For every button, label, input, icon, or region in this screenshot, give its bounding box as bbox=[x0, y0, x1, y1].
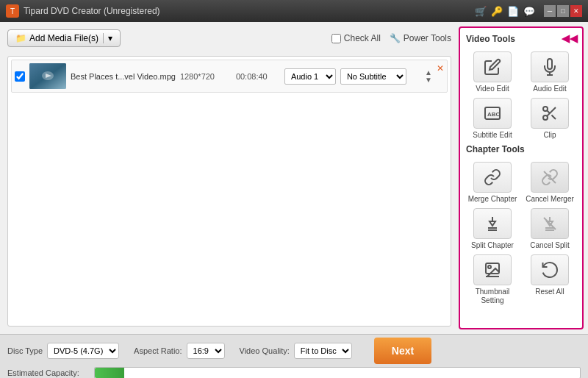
capacity-fill bbox=[95, 368, 124, 378]
file-name: Best Places t...vel Video.mpg bbox=[71, 72, 176, 81]
audio-select[interactable]: Audio 1 Audio 2 bbox=[284, 68, 336, 85]
video-tools-grid: Video Edit Audio Edit ABC bbox=[466, 51, 576, 140]
chapter-tools-title: Chapter Tools bbox=[466, 144, 576, 154]
toolbar: 📁 Add Media File(s) ▾ Check All 🔧 Power … bbox=[7, 29, 451, 47]
maximize-button[interactable]: □ bbox=[557, 5, 569, 17]
app-icon: T bbox=[6, 4, 19, 18]
titlebar-icons: 🛒 🔑 📄 💬 bbox=[475, 6, 535, 17]
capacity-row: Estimated Capacity: 0.5GB 1GB 1.5GB 2GB … bbox=[7, 367, 581, 378]
clip-button[interactable] bbox=[531, 98, 569, 129]
table-row: Best Places t...vel Video.mpg 1280*720 0… bbox=[11, 60, 448, 93]
clip-label: Clip bbox=[543, 131, 556, 140]
cancel-split-button[interactable] bbox=[531, 208, 569, 239]
reset-all-label: Reset All bbox=[535, 288, 564, 296]
merge-chapter-button[interactable] bbox=[473, 162, 512, 193]
file-remove-icon[interactable]: ✕ bbox=[437, 63, 444, 74]
panel-collapse-button[interactable]: ◀◀ bbox=[562, 32, 578, 44]
cancel-split-label: Cancel Split bbox=[530, 241, 569, 250]
audio-edit-label: Audio Edit bbox=[533, 85, 567, 93]
thumbnail-setting-tool[interactable]: Thumbnail Setting bbox=[466, 254, 519, 305]
chapter-tools-grid: Merge Chapter Cancel Merger bbox=[466, 162, 576, 305]
svg-marker-14 bbox=[490, 221, 495, 226]
split-chapter-label: Split Chapter bbox=[471, 241, 514, 250]
video-quality-select[interactable]: Fit to Disc High Medium Low bbox=[294, 343, 352, 359]
shop-icon[interactable]: 🛒 bbox=[475, 6, 487, 17]
app-title: Tipard DVD Creator (Unregistered) bbox=[24, 6, 475, 16]
document-icon[interactable]: 📄 bbox=[507, 6, 519, 17]
svg-point-23 bbox=[488, 265, 491, 268]
aspect-ratio-select[interactable]: 16:9 4:3 bbox=[187, 343, 225, 359]
arrow-down-icon[interactable]: ▼ bbox=[425, 76, 432, 84]
arrow-up-icon[interactable]: ▲ bbox=[425, 69, 432, 76]
cancel-merger-button[interactable] bbox=[531, 162, 569, 193]
add-media-button[interactable]: 📁 Add Media File(s) ▾ bbox=[7, 29, 121, 47]
tools-panel: ◀◀ Video Tools Video Edit bbox=[459, 26, 584, 329]
file-list: Best Places t...vel Video.mpg 1280*720 0… bbox=[7, 56, 451, 327]
disc-type-label: Disc Type bbox=[7, 346, 43, 355]
cancel-merger-label: Cancel Merger bbox=[526, 195, 574, 204]
subtitle-edit-label: Subtitle Edit bbox=[473, 131, 512, 140]
close-button[interactable]: ✕ bbox=[570, 5, 582, 17]
thumbnail-setting-button[interactable] bbox=[473, 254, 512, 285]
reset-all-button[interactable] bbox=[531, 254, 569, 285]
power-tools-button[interactable]: 🔧 Power Tools bbox=[390, 33, 451, 43]
cancel-merger-tool[interactable]: Cancel Merger bbox=[523, 162, 576, 204]
titlebar: T Tipard DVD Creator (Unregistered) 🛒 🔑 … bbox=[0, 0, 588, 22]
aspect-ratio-label: Aspect Ratio: bbox=[134, 346, 182, 355]
dropdown-arrow-icon: ▾ bbox=[103, 33, 112, 43]
add-icon: 📁 bbox=[15, 33, 26, 43]
capacity-label: Estimated Capacity: bbox=[7, 368, 88, 377]
capacity-progress-bar: 0.5GB 1GB 1.5GB 2GB 2.5GB 3GB 3.5GB 4GB … bbox=[94, 367, 581, 378]
disc-type-group: Disc Type DVD-5 (4.7G) DVD-9 (8.5G) Blu-… bbox=[7, 343, 119, 359]
svg-point-7 bbox=[543, 107, 548, 111]
help-icon[interactable]: 💬 bbox=[523, 6, 535, 17]
window-controls: ─ □ ✕ bbox=[544, 5, 582, 17]
subtitle-edit-button[interactable]: ABC bbox=[473, 98, 512, 129]
thumbnail-setting-label: Thumbnail Setting bbox=[466, 288, 519, 305]
file-duration: 00:08:40 bbox=[236, 72, 280, 81]
bottom-bar: Disc Type DVD-5 (4.7G) DVD-9 (8.5G) Blu-… bbox=[0, 334, 588, 378]
key-icon[interactable]: 🔑 bbox=[491, 6, 503, 17]
svg-line-12 bbox=[544, 171, 556, 183]
file-checkbox[interactable] bbox=[15, 71, 25, 82]
minimize-button[interactable]: ─ bbox=[544, 5, 556, 17]
merge-chapter-tool[interactable]: Merge Chapter bbox=[466, 162, 519, 204]
add-media-label: Add Media File(s) bbox=[29, 33, 98, 43]
next-button[interactable]: Next bbox=[374, 338, 431, 364]
split-chapter-tool[interactable]: Split Chapter bbox=[466, 208, 519, 250]
cancel-split-tool[interactable]: Cancel Split bbox=[523, 208, 576, 250]
check-all-checkbox[interactable] bbox=[331, 34, 341, 43]
file-thumbnail bbox=[29, 63, 66, 89]
check-all-label[interactable]: Check All bbox=[331, 33, 381, 43]
svg-text:ABC: ABC bbox=[487, 111, 501, 118]
left-panel: 📁 Add Media File(s) ▾ Check All 🔧 Power … bbox=[0, 22, 459, 334]
video-edit-label: Video Edit bbox=[476, 85, 509, 93]
video-tools-title: Video Tools bbox=[466, 34, 576, 44]
disc-type-select[interactable]: DVD-5 (4.7G) DVD-9 (8.5G) Blu-ray 25G Bl… bbox=[47, 343, 119, 359]
video-quality-label: Video Quality: bbox=[240, 346, 290, 355]
svg-line-11 bbox=[547, 110, 550, 113]
video-edit-button[interactable] bbox=[473, 51, 512, 82]
main-container: 📁 Add Media File(s) ▾ Check All 🔧 Power … bbox=[0, 22, 588, 334]
file-order-arrows: ▲ ▼ bbox=[425, 69, 432, 84]
audio-edit-tool[interactable]: Audio Edit bbox=[523, 51, 576, 93]
svg-line-10 bbox=[551, 115, 556, 119]
merge-chapter-label: Merge Chapter bbox=[468, 195, 517, 204]
wrench-icon: 🔧 bbox=[390, 33, 401, 43]
toolbar-right: Check All 🔧 Power Tools bbox=[331, 33, 451, 43]
svg-point-8 bbox=[543, 115, 548, 120]
subtitle-select[interactable]: No Subtitle Subtitle 1 bbox=[340, 68, 406, 85]
clip-tool[interactable]: Clip bbox=[523, 98, 576, 140]
reset-all-tool[interactable]: Reset All bbox=[523, 254, 576, 305]
video-quality-group: Video Quality: Fit to Disc High Medium L… bbox=[240, 343, 352, 359]
file-resolution: 1280*720 bbox=[180, 72, 232, 81]
video-edit-tool[interactable]: Video Edit bbox=[466, 51, 519, 93]
audio-edit-button[interactable] bbox=[531, 51, 569, 82]
bottom-options: Disc Type DVD-5 (4.7G) DVD-9 (8.5G) Blu-… bbox=[7, 338, 581, 364]
subtitle-edit-tool[interactable]: ABC Subtitle Edit bbox=[466, 98, 519, 140]
split-chapter-button[interactable] bbox=[473, 208, 512, 239]
aspect-ratio-group: Aspect Ratio: 16:9 4:3 bbox=[134, 343, 224, 359]
